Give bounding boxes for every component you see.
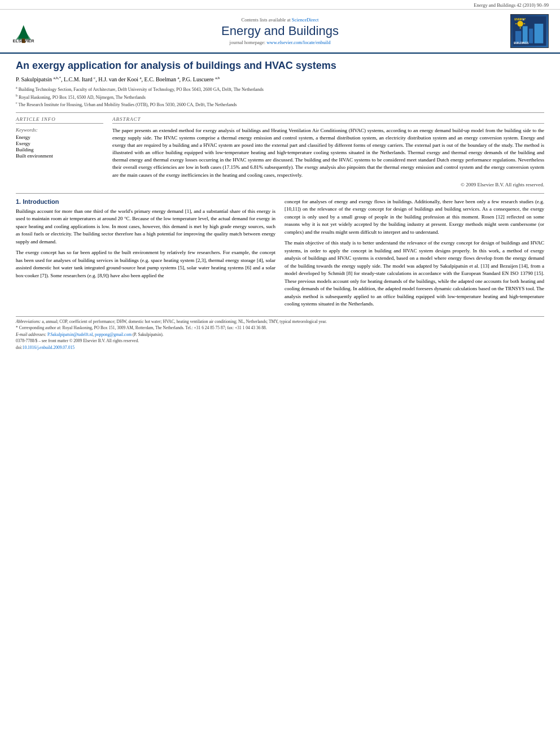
body-two-col: 1. Introduction Buildings account for mo… xyxy=(16,198,544,312)
elsevier-logo: ELSEVIER xyxy=(11,17,56,45)
svg-text:&: & xyxy=(523,18,524,21)
homepage-label: journal homepage: xyxy=(230,40,266,45)
footnote-doi: doi:10.1016/j.enbuild.2009.07.015 xyxy=(16,345,544,351)
svg-rect-8 xyxy=(529,29,533,43)
footnote-corresponding: * Corresponding author at: Royal Haskoni… xyxy=(16,325,544,331)
article-info-panel: ARTICLE INFO Keywords: Energy Exergy Bui… xyxy=(16,116,103,187)
article-info-abstract: ARTICLE INFO Keywords: Energy Exergy Bui… xyxy=(16,116,544,187)
journal-ref-text: Energy and Buildings 42 (2010) 90–99 xyxy=(474,2,549,8)
svg-text:ELSEVIER: ELSEVIER xyxy=(13,38,34,43)
affiliation-b: b Royal Haskoning, PO Box 151, 6500 AD, … xyxy=(16,93,544,101)
article-info-label: ARTICLE INFO xyxy=(16,116,103,124)
svg-point-10 xyxy=(517,21,523,27)
journal-center: Contents lists available at ScienceDirec… xyxy=(56,17,504,45)
divider-2 xyxy=(16,193,544,194)
keyword-building: Building xyxy=(16,147,103,152)
col-right: concept for analyses of energy and exerg… xyxy=(285,198,544,312)
keyword-energy: Energy xyxy=(16,134,103,140)
journal-title-text: Energy and Buildings xyxy=(221,24,339,38)
abstract-label: ABSTRACT xyxy=(112,116,544,124)
keyword-exergy: Exergy xyxy=(16,141,103,146)
sciencedirect-link[interactable]: ScienceDirect xyxy=(292,17,319,23)
page: Energy and Buildings 42 (2010) 90–99 ELS… xyxy=(0,0,560,747)
svg-rect-7 xyxy=(523,26,528,43)
svg-rect-6 xyxy=(515,31,521,43)
main-content: An exergy application for analysis of bu… xyxy=(0,54,560,357)
eb-logo-box: ENERGY & BUILDINGS xyxy=(510,14,549,48)
journal-logo-right: ENERGY & BUILDINGS xyxy=(504,14,549,48)
affiliation-c: c The Research Institute for Housing, Ur… xyxy=(16,101,544,108)
abstract-panel: ABSTRACT The paper presents an extended … xyxy=(112,116,544,187)
email-link-1[interactable]: P.Sakulpipatsin@tudelft.nl xyxy=(47,332,93,337)
contents-text: Contents lists available at xyxy=(242,17,291,23)
divider-1 xyxy=(16,112,544,113)
affiliation-a: a Building Technology Section, Faculty o… xyxy=(16,85,544,93)
homepage-url[interactable]: www.elsevier.com/locate/enbuild xyxy=(266,40,330,45)
journal-homepage: journal homepage: www.elsevier.com/locat… xyxy=(56,40,504,45)
col-left: 1. Introduction Buildings account for mo… xyxy=(16,198,275,312)
footnote-issn: 0378-7788/$ – see front matter © 2009 El… xyxy=(16,338,544,344)
col-right-para-1: concept for analyses of energy and exerg… xyxy=(285,198,544,237)
doi-link[interactable]: 10.1016/j.enbuild.2009.07.015 xyxy=(23,345,75,350)
authors: P. Sakulpipatsin a,b,*, L.C.M. Itard c, … xyxy=(16,76,544,82)
copyright-line: © 2009 Elsevier B.V. All rights reserved… xyxy=(112,182,544,187)
contents-line: Contents lists available at ScienceDirec… xyxy=(56,17,504,23)
svg-text:BUILDINGS: BUILDINGS xyxy=(514,42,528,45)
col-left-body: Buildings account for more than one thir… xyxy=(16,208,275,280)
footnote-email: E-mail addresses: P.Sakulpipatsin@tudelf… xyxy=(16,332,544,338)
col-right-para-2: The main objective of this study is to b… xyxy=(285,239,544,308)
footnote-abbreviations: Abbreviations: a, annual; COP, coefficie… xyxy=(16,319,544,325)
svg-rect-9 xyxy=(535,24,544,43)
keyword-built-environment: Built environment xyxy=(16,153,103,159)
keywords-label: Keywords: xyxy=(16,127,103,133)
section1-heading: 1. Introduction xyxy=(16,198,275,205)
email-link-2[interactable]: poppong@gmail.com xyxy=(95,332,132,337)
journal-title: Energy and Buildings xyxy=(56,24,504,38)
col-left-para-1: Buildings account for more than one thir… xyxy=(16,208,275,246)
affiliations: a Building Technology Section, Faculty o… xyxy=(16,85,544,108)
article-title: An exergy application for analysis of bu… xyxy=(16,59,544,72)
journal-header: ELSEVIER Contents lists available at Sci… xyxy=(0,10,560,54)
col-right-body: concept for analyses of energy and exerg… xyxy=(285,198,544,308)
footnotes: Abbreviations: a, annual; COP, coefficie… xyxy=(16,316,544,351)
svg-text:ENERGY: ENERGY xyxy=(514,18,526,21)
journal-reference: Energy and Buildings 42 (2010) 90–99 xyxy=(0,0,560,10)
col-left-para-2: The exergy concept has so far been appli… xyxy=(16,249,275,279)
abstract-text: The paper presents an extended method fo… xyxy=(112,127,544,178)
